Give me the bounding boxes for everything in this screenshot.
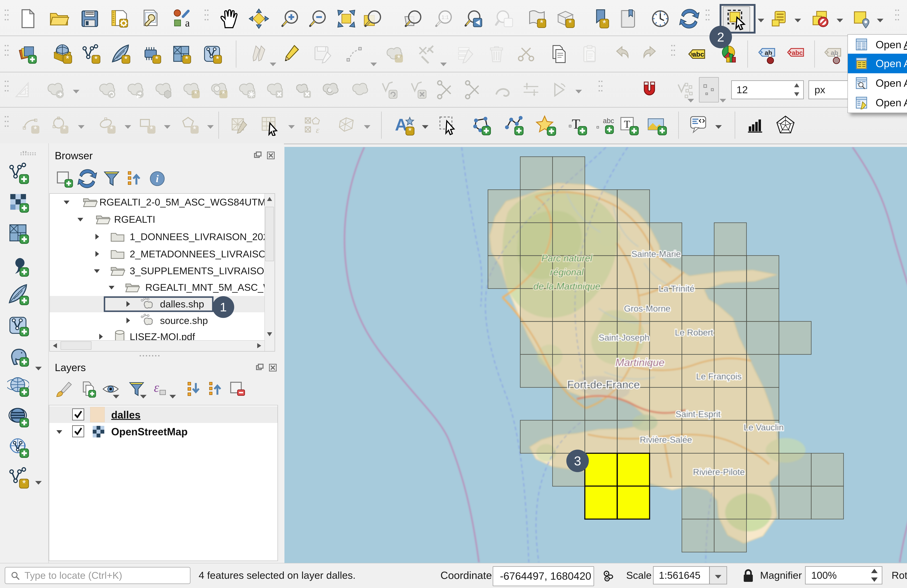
svg-text:i: i (156, 173, 159, 184)
svg-text:a: a (185, 17, 190, 29)
svg-text:A: A (395, 115, 407, 134)
svg-text:régional: régional (550, 267, 584, 277)
svg-text:La Trinité: La Trinité (659, 284, 694, 293)
svg-text:*: * (397, 53, 401, 63)
svg-text:Gros-Morne: Gros-Morne (624, 304, 670, 313)
svg-text:Sainte-Marie: Sainte-Marie (631, 249, 681, 259)
svg-text:*: * (222, 89, 225, 99)
svg-text:*: * (568, 18, 572, 28)
svg-text:*: * (194, 89, 197, 99)
svg-text:*: * (124, 54, 128, 64)
svg-text:*: * (66, 54, 69, 64)
svg-text:*: * (22, 478, 26, 489)
svg-text:*: * (540, 18, 543, 28)
svg-text:Le Robert: Le Robert (675, 328, 713, 337)
svg-text:de la Martinique: de la Martinique (533, 281, 601, 292)
svg-text:*: * (110, 124, 113, 134)
svg-text:Le François: Le François (696, 372, 742, 381)
svg-text:Rivière-Pilote: Rivière-Pilote (693, 467, 745, 477)
svg-text:*: * (155, 54, 159, 64)
svg-text:abc: abc (792, 49, 803, 56)
svg-text:T: T (624, 119, 630, 130)
svg-text:abc: abc (692, 50, 704, 58)
svg-text:Parc naturel: Parc naturel (542, 253, 593, 263)
svg-text:*: * (150, 124, 153, 134)
svg-text:*: * (216, 54, 219, 64)
svg-text:*: * (185, 54, 188, 64)
svg-text:*: * (603, 18, 606, 29)
svg-text:Fort-de-France: Fort-de-France (567, 378, 640, 391)
svg-text:Martinique: Martinique (615, 356, 665, 368)
svg-text:*: * (62, 124, 66, 134)
svg-text:abc: abc (603, 117, 614, 125)
svg-text:*: * (408, 126, 412, 136)
svg-text:ε: ε (154, 380, 159, 395)
svg-text:*: * (34, 124, 37, 134)
svg-text:Le Vauclin: Le Vauclin (744, 423, 784, 432)
svg-text:Saint-Esprit: Saint-Esprit (676, 409, 721, 419)
svg-text:Rivière-Salée: Rivière-Salée (640, 435, 692, 445)
svg-text:*: * (193, 124, 196, 134)
svg-text:1:1: 1:1 (442, 14, 449, 20)
svg-text:Saint-Joseph: Saint-Joseph (599, 333, 649, 343)
svg-text:*: * (95, 54, 98, 64)
svg-text:ε: ε (316, 125, 319, 135)
